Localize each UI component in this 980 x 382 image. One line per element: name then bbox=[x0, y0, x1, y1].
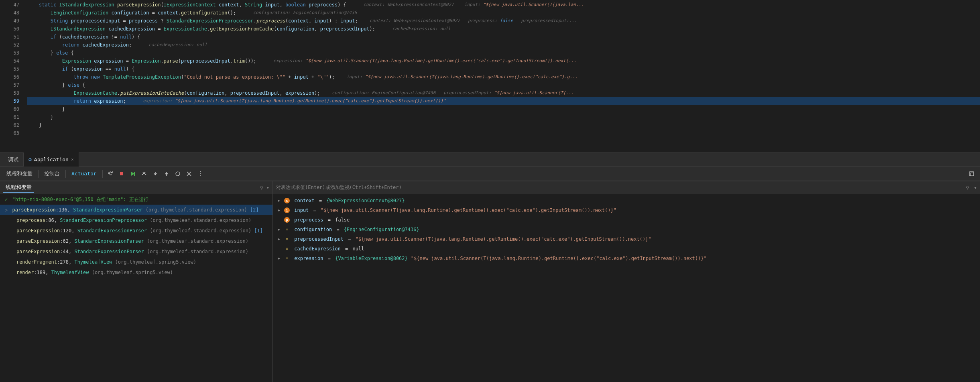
var-eq-expression: = bbox=[325, 254, 333, 262]
line-num-50: 50 bbox=[0, 25, 19, 33]
line-num-54: 54 bbox=[0, 57, 19, 65]
tab-debug[interactable]: 调试 bbox=[3, 152, 24, 167]
toolbar-mute-btn[interactable] bbox=[173, 169, 183, 179]
var-eq-context: = bbox=[316, 197, 325, 205]
vars-filter-icon[interactable]: ▽ bbox=[966, 185, 969, 191]
code-line-60: } bbox=[27, 105, 980, 113]
tab-application-label: Application bbox=[34, 156, 69, 163]
toolbar-more-btn[interactable]: ⋮ bbox=[195, 169, 205, 179]
threads-filter-icon[interactable]: ▽ bbox=[260, 185, 263, 191]
var-cached-expression[interactable]: ≡ cachedExpression = null bbox=[273, 244, 980, 254]
code-line-62: } bbox=[27, 121, 980, 129]
threads-tab[interactable]: 线程和变量 bbox=[3, 183, 34, 193]
var-value-preproc-input: "${new java.util.Scanner(T(java.lang.Run… bbox=[356, 235, 651, 243]
code-line-61: } bbox=[27, 113, 980, 121]
code-line-57: } else { bbox=[27, 81, 980, 89]
thread-running-check: ✓ bbox=[5, 197, 8, 202]
tab-close-button[interactable]: × bbox=[71, 157, 74, 162]
var-context[interactable]: ▶ c context = {WebExpressionContext@8027… bbox=[273, 196, 980, 205]
var-input[interactable]: ▶ i input = "${new java.util.Scanner(T(j… bbox=[273, 205, 980, 215]
var-expand-preproc-input[interactable]: ▶ bbox=[278, 235, 283, 243]
var-expression[interactable]: ▶ ≡ expression = {VariableExpression@806… bbox=[273, 254, 980, 263]
toolbar-maximize-btn[interactable] bbox=[966, 169, 977, 179]
code-content[interactable]: static IStandardExpression parseExpressi… bbox=[24, 0, 980, 152]
toolbar-step-into-btn[interactable] bbox=[150, 169, 161, 179]
toolbar-resume-btn[interactable] bbox=[128, 169, 138, 179]
var-icon-expression: ≡ bbox=[284, 256, 290, 261]
thread-item-selected[interactable]: ▷ parseExpression:136, StandardExpressio… bbox=[0, 205, 272, 215]
line-num-58: 58 bbox=[0, 89, 19, 97]
code-line-50: IStandardExpression cachedExpression = E… bbox=[27, 25, 980, 33]
line-num-56: 56 bbox=[0, 73, 19, 81]
var-preprocessed-input[interactable]: ▶ ≡ preprocessedInput = "${new java.util… bbox=[273, 234, 980, 244]
threads-panel-header: 线程和变量 ▽ ▾ bbox=[0, 181, 272, 194]
vars-dropdown-icon[interactable]: ▾ bbox=[974, 185, 977, 191]
line-num-61: 61 bbox=[0, 113, 19, 121]
threads-dropdown-icon[interactable]: ▾ bbox=[266, 185, 269, 191]
code-line-63 bbox=[27, 129, 980, 137]
variables-header: 对表达式求值(Enter)或添加监视(Ctrl+Shift+Enter) ▽ ▾ bbox=[273, 181, 980, 194]
step-into-icon bbox=[152, 171, 158, 177]
toolbar-stop-btn[interactable] bbox=[116, 169, 127, 179]
var-value-config: {EngineConfiguration@7436} bbox=[344, 226, 419, 234]
toolbar-step-out-btn[interactable] bbox=[161, 169, 172, 179]
var-name-preprocess: preprocess bbox=[291, 216, 323, 224]
line-numbers: 47 48 49 50 51 52 53 54 55 56 57 58 59 6… bbox=[0, 0, 24, 152]
thread-list[interactable]: ✓ "http-nio-8080-exec-6"@5,150 在组"main":… bbox=[0, 194, 272, 382]
var-expand-context[interactable]: ▶ bbox=[278, 197, 283, 205]
svg-rect-2 bbox=[134, 172, 135, 176]
toolbar: 线程和变量 控制台 Actuator bbox=[0, 167, 980, 181]
line-num-63: 63 bbox=[0, 129, 19, 137]
toolbar-sep-1 bbox=[38, 170, 39, 178]
toolbar-threads-label[interactable]: 线程和变量 bbox=[3, 170, 36, 177]
var-value-input: "${new java.util.Scanner(T(java.lang.Run… bbox=[321, 206, 616, 214]
line-num-48: 48 bbox=[0, 9, 19, 17]
var-value-context: {WebExpressionContext@8027} bbox=[326, 197, 405, 205]
toolbar-actuator-label[interactable]: Actuator bbox=[68, 171, 100, 177]
thread-item-4[interactable]: parseExpression:44, StandardExpressionPa… bbox=[0, 246, 272, 257]
tab-application[interactable]: ⚙ Application × bbox=[24, 152, 79, 167]
var-expand-preprocess bbox=[278, 216, 283, 224]
clear-icon bbox=[186, 171, 192, 177]
var-expand-expression[interactable]: ▶ bbox=[278, 254, 283, 262]
toolbar-console-label[interactable]: 控制台 bbox=[41, 170, 63, 177]
resume-icon bbox=[130, 171, 136, 177]
var-expand-config[interactable]: ▶ bbox=[278, 226, 283, 234]
maximize-icon bbox=[969, 171, 974, 177]
code-line-53: } else { bbox=[27, 49, 980, 57]
threads-panel: 线程和变量 ▽ ▾ ✓ "http-nio-8080-exec-6"@5,150… bbox=[0, 181, 273, 382]
thread-item-2[interactable]: parseExpression:120, StandardExpressionP… bbox=[0, 226, 272, 236]
thread-item-3[interactable]: parseExpression:62, StandardExpressionPa… bbox=[0, 236, 272, 246]
var-name-config: configuration bbox=[291, 226, 332, 234]
var-name-context: context bbox=[291, 197, 315, 205]
var-value-preprocess: false bbox=[335, 216, 350, 224]
var-expand-input[interactable]: ▶ bbox=[278, 206, 283, 214]
var-value-expression-str: "${new java.util.Scanner(T(java.lang.Run… bbox=[411, 254, 707, 262]
var-configuration[interactable]: ▶ ≡ configuration = {EngineConfiguration… bbox=[273, 225, 980, 234]
toolbar-sep-2 bbox=[65, 170, 66, 178]
line-num-51: 51 bbox=[0, 33, 19, 41]
thread-item-5[interactable]: renderFragment:278, ThymeleafView (org.t… bbox=[0, 257, 272, 267]
code-line-58: ExpressionCache.putExpressionIntoCache(c… bbox=[27, 89, 980, 97]
thread-item-1[interactable]: preprocess:86, StandardExpressionPreproc… bbox=[0, 215, 272, 226]
var-name-cached: cachedExpression bbox=[291, 245, 341, 253]
code-line-56: throw new TemplateProcessingException("C… bbox=[27, 73, 980, 81]
line-num-53: 53 bbox=[0, 49, 19, 57]
toolbar-clear-btn[interactable] bbox=[184, 169, 194, 179]
line-num-62: 62 bbox=[0, 121, 19, 129]
var-preprocess[interactable]: p preprocess = false bbox=[273, 215, 980, 225]
thread-item-running[interactable]: ✓ "http-nio-8080-exec-6"@5,150 在组"main":… bbox=[0, 194, 272, 205]
variable-list[interactable]: ▶ c context = {WebExpressionContext@8027… bbox=[273, 194, 980, 382]
var-icon-context: c bbox=[284, 198, 290, 203]
var-value-cached: null bbox=[353, 245, 364, 253]
var-icon-cached: ≡ bbox=[284, 246, 290, 252]
var-eq-config: = bbox=[333, 226, 342, 234]
bottom-panels: 线程和变量 ▽ ▾ ✓ "http-nio-8080-exec-6"@5,150… bbox=[0, 181, 980, 382]
thread-arrow: ▷ bbox=[5, 207, 8, 213]
toolbar-refresh-btn[interactable] bbox=[105, 169, 116, 179]
thread-running-text: "http-nio-8080-exec-6"@5,150 在组"main": 正… bbox=[12, 197, 148, 202]
var-eq-input: = bbox=[310, 206, 319, 214]
mute-icon bbox=[175, 171, 181, 177]
thread-item-6[interactable]: render:189, ThymeleafView (org.thymeleaf… bbox=[0, 267, 272, 278]
toolbar-step-over-btn[interactable] bbox=[139, 169, 149, 179]
